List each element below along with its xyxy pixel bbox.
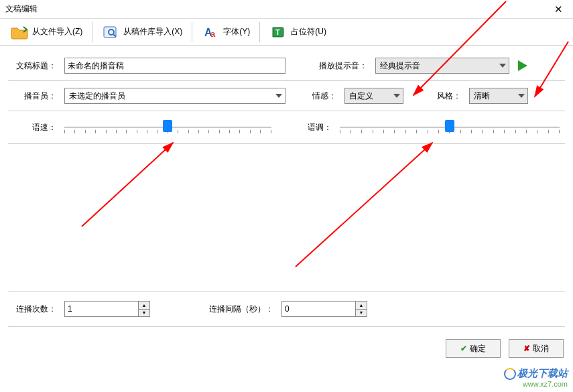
folder-import-icon [11,25,29,40]
tone-label: 语调： [302,122,334,133]
toolbar-label: 字体(Y) [223,26,250,38]
ok-label: 确定 [470,343,486,354]
announcer-row: 播音员： 未选定的播音员 情感： 自定义 风格： 清晰 [8,81,565,111]
svg-text:T: T [275,28,280,36]
announcer-select[interactable]: 未选定的播音员 [64,88,285,104]
toolbar: 从文件导入(Z) 从稿件库导入(X) Aa 字体(Y) T 占位符(U) [0,19,573,46]
speed-label: 语速： [13,122,59,133]
play-button[interactable] [515,58,529,73]
import-from-file-button[interactable]: 从文件导入(Z) [7,23,86,41]
script-title-input[interactable] [64,58,285,74]
spinner-up-icon[interactable]: ▲ [139,302,149,310]
font-button[interactable]: Aa 字体(Y) [198,23,254,41]
separator [92,22,92,42]
script-title-label: 文稿标题： [13,60,59,72]
chevron-down-icon [499,64,506,68]
spinner-down-icon[interactable]: ▼ [139,310,149,317]
close-icon: ✕ [554,3,563,15]
toolbar-label: 占位符(U) [291,26,326,38]
tone-slider[interactable] [340,118,560,137]
content-area: 文稿标题： 播放提示音： 经典提示音 播音员： 未选定的播音员 情感： 自定义 … [0,46,573,332]
style-value: 清晰 [474,90,490,102]
repeat-count-input[interactable] [64,301,138,317]
chevron-down-icon [393,94,400,98]
watermark-url: www.xz7.com [504,380,568,388]
toolbar-label: 从稿件库导入(X) [123,26,182,38]
play-hint-label: 播放提示音： [316,60,370,72]
separator [192,22,192,42]
play-hint-select[interactable]: 经典提示音 [375,58,509,74]
cancel-label: 取消 [533,343,549,354]
cancel-button[interactable]: ✘ 取消 [509,339,564,358]
speed-slider-thumb[interactable] [163,120,172,132]
style-label: 风格： [434,90,464,102]
watermark: 极光下载站 www.xz7.com [504,367,568,388]
announcer-value: 未选定的播音员 [69,90,125,102]
repeat-gap-spinner[interactable]: ▲▼ [281,301,367,317]
speed-slider[interactable] [64,118,271,137]
watermark-brand: 极光下载站 [517,367,568,379]
repeat-gap-label: 连播间隔（秒）： [201,304,276,315]
spinner-up-icon[interactable]: ▲ [356,302,367,310]
check-icon: ✔ [460,344,467,353]
spinner-down-icon[interactable]: ▼ [356,310,367,317]
repeat-count-spinner[interactable]: ▲▼ [64,301,150,317]
separator [259,22,260,42]
toolbar-label: 从文件导入(Z) [32,26,82,38]
placeholder-button[interactable]: T 占位符(U) [265,23,330,41]
emotion-label: 情感： [310,90,339,102]
chevron-down-icon [518,94,525,98]
editor-area[interactable] [8,144,565,291]
font-icon: Aa [202,25,220,40]
svg-text:a: a [210,29,216,39]
footer: ✔ 确定 ✘ 取消 [0,332,573,365]
import-from-library-button[interactable]: 从稿件库导入(X) [98,23,186,41]
repeat-gap-input[interactable] [281,301,355,317]
window-title: 文稿编辑 [5,3,38,15]
chevron-down-icon [275,94,282,98]
cross-icon: ✘ [523,344,530,353]
style-select[interactable]: 清晰 [469,88,528,104]
emotion-select[interactable]: 自定义 [344,88,403,104]
title-row: 文稿标题： 播放提示音： 经典提示音 [8,51,565,81]
library-import-icon [102,25,121,40]
title-bar: 文稿编辑 ✕ [0,0,573,19]
placeholder-icon: T [269,25,288,40]
announcer-label: 播音员： [13,90,59,102]
ok-button[interactable]: ✔ 确定 [446,339,501,358]
emotion-value: 自定义 [349,90,373,102]
repeat-row: 连播次数： ▲▼ 连播间隔（秒）： ▲▼ [8,291,565,327]
slider-row: 语速： 语调： [8,111,565,144]
repeat-count-label: 连播次数： [13,304,59,315]
close-button[interactable]: ✕ [546,1,570,17]
play-hint-value: 经典提示音 [380,60,420,72]
tone-slider-thumb[interactable] [445,120,454,132]
